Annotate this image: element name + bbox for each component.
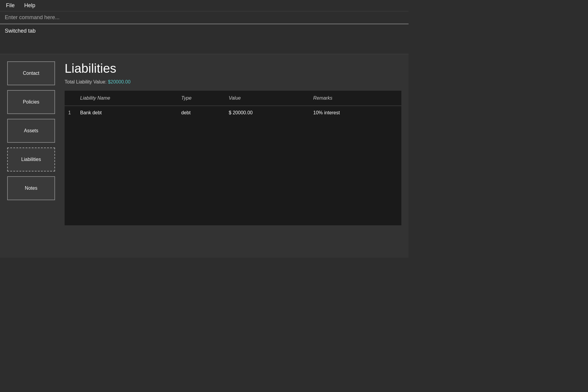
nav-button-policies[interactable]: Policies [7, 90, 55, 114]
table-container: Liability Name Type Value Remarks 1 Bank… [65, 91, 401, 225]
cell-remarks: 10% interest [310, 106, 401, 120]
col-value: Value [225, 91, 310, 106]
cell-num: 1 [65, 106, 77, 120]
col-type: Type [178, 91, 225, 106]
nav-button-assets[interactable]: Assets [7, 119, 55, 143]
table-row: 1 Bank debt debt $ 20000.00 10% interest [65, 106, 401, 120]
menu-bar: File Help [0, 0, 409, 11]
cell-liability-name: Bank debt [77, 106, 178, 120]
panel-title: Liabilities [65, 61, 401, 76]
command-input[interactable] [5, 14, 404, 21]
liabilities-table: Liability Name Type Value Remarks 1 Bank… [65, 91, 401, 120]
cell-type: debt [178, 106, 225, 120]
col-liability-name: Liability Name [77, 91, 178, 106]
command-bar [0, 11, 409, 24]
panel-subtitle: Total Liability Value: $20000.00 [65, 79, 401, 85]
nav-button-notes[interactable]: Notes [7, 176, 55, 200]
subtitle-prefix: Total Liability Value: [65, 79, 108, 84]
nav-button-liabilities[interactable]: Liabilities [7, 148, 55, 171]
sidebar: Contact Policies Assets Liabilities Note… [7, 61, 55, 250]
col-num [65, 91, 77, 106]
nav-button-contact[interactable]: Contact [7, 61, 55, 85]
cell-value: $ 20000.00 [225, 106, 310, 120]
help-menu[interactable]: Help [23, 2, 36, 9]
status-text: Switched tab [5, 28, 36, 34]
panel: Liabilities Total Liability Value: $2000… [65, 61, 401, 250]
file-menu[interactable]: File [5, 2, 16, 9]
col-remarks: Remarks [310, 91, 401, 106]
status-bar: Switched tab [0, 24, 409, 54]
total-value: $20000.00 [108, 79, 131, 84]
main-content: Contact Policies Assets Liabilities Note… [0, 54, 409, 258]
table-header-row: Liability Name Type Value Remarks [65, 91, 401, 106]
